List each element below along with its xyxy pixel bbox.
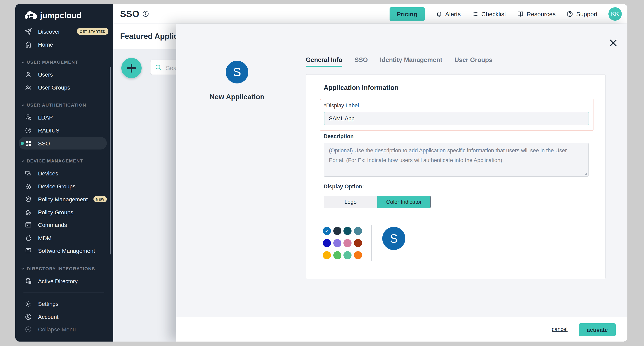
modal-title: New Application	[184, 93, 290, 101]
devices-icon	[25, 170, 32, 177]
info-icon[interactable]	[142, 10, 149, 18]
sidebar-item-user-groups[interactable]: User Groups	[15, 81, 113, 94]
database-clock-icon	[25, 114, 32, 121]
sidebar-item-label: Discover	[38, 28, 60, 35]
section-header-directory-integrations[interactable]: DIRECTORY INTEGRATIONS	[15, 264, 113, 273]
add-application-button[interactable]	[121, 58, 142, 78]
tab-identity-management[interactable]: Identity Management	[380, 56, 442, 67]
chevron-down-icon	[21, 60, 25, 64]
annotation-highlight-box: *Display Label	[320, 99, 594, 130]
gear-icon	[25, 300, 32, 307]
apple-icon	[25, 235, 32, 242]
vertical-divider	[371, 225, 372, 261]
sidebar-item-radius[interactable]: RADIUS	[15, 124, 113, 136]
user-avatar[interactable]: KK	[608, 7, 622, 21]
color-swatch[interactable]	[323, 251, 331, 259]
display-option-toggle: Logo Color Indicator	[324, 196, 431, 208]
check-icon: ✓	[323, 227, 331, 235]
color-swatch[interactable]	[333, 251, 341, 259]
new-application-modal: S New Application General Info SSO Ident…	[176, 24, 628, 341]
sidebar-item-collapse-menu[interactable]: Collapse Menu	[15, 323, 113, 335]
home-icon	[25, 41, 32, 48]
color-swatch[interactable]	[354, 251, 362, 259]
sidebar-item-home[interactable]: Home	[15, 39, 113, 51]
description-textarea[interactable]	[324, 143, 588, 177]
bell-icon	[436, 11, 442, 18]
checklist-button[interactable]: Checklist	[472, 11, 506, 18]
sidebar-item-account[interactable]: Account	[15, 311, 113, 323]
section-header-user-management[interactable]: USER MANAGEMENT	[15, 58, 113, 66]
chevron-down-icon	[21, 103, 25, 107]
color-swatch[interactable]	[354, 227, 362, 235]
search-icon	[155, 64, 162, 71]
rocket-icon	[25, 28, 32, 35]
policy-groups-icon	[25, 209, 32, 216]
activate-button[interactable]: activate	[579, 323, 616, 336]
help-icon	[566, 11, 574, 18]
topbar: SSO Pricing Alerts Checklist	[113, 4, 628, 24]
sidebar-item-devices[interactable]: Devices	[15, 167, 113, 180]
sidebar: jumpcloud Discover GET STARTED Home U	[15, 4, 113, 341]
tab-sso[interactable]: SSO	[354, 56, 368, 67]
application-information-card: Application Information *Display Label D…	[306, 74, 606, 279]
sidebar-item-commands[interactable]: Commands	[15, 219, 113, 231]
display-label-input[interactable]	[324, 112, 589, 125]
color-swatch[interactable]: ✓	[323, 227, 331, 235]
cloud-logo-icon	[24, 11, 37, 20]
sidebar-item-policy-groups[interactable]: Policy Groups	[15, 206, 113, 218]
color-swatch[interactable]	[354, 239, 362, 247]
display-option-label: Display Option:	[324, 184, 364, 190]
sidebar-item-software-management[interactable]: Software Management	[15, 245, 113, 257]
app-window: jumpcloud Discover GET STARTED Home U	[15, 4, 628, 341]
user-group-icon	[25, 84, 32, 91]
database-windows-icon	[25, 278, 32, 285]
sidebar-scrollbar[interactable]	[110, 67, 111, 254]
get-started-badge: GET STARTED	[77, 28, 108, 35]
close-icon[interactable]	[608, 38, 618, 48]
color-preview-avatar: S	[382, 227, 405, 250]
application-avatar: S	[226, 61, 248, 83]
sidebar-item-users[interactable]: Users	[15, 68, 113, 81]
chevron-down-icon	[21, 159, 25, 163]
description-label: Description	[324, 133, 354, 139]
section-header-device-management[interactable]: DEVICE MANAGEMENT	[15, 156, 113, 165]
color-indicator-option[interactable]: Color Indicator	[378, 196, 430, 208]
sidebar-item-settings[interactable]: Settings	[15, 298, 113, 310]
radar-icon	[25, 127, 32, 134]
tab-general-info[interactable]: General Info	[306, 56, 342, 67]
sidebar-item-label: Home	[38, 41, 53, 48]
color-swatch[interactable]	[344, 251, 352, 259]
venn-icon	[25, 183, 32, 190]
resources-button[interactable]: Resources	[517, 11, 556, 18]
pricing-button[interactable]: Pricing	[389, 7, 424, 21]
modal-tabs: General Info SSO Identity Management Use…	[306, 56, 492, 67]
section-header-user-authentication[interactable]: USER AUTHENTICATION	[15, 100, 113, 109]
color-swatch[interactable]	[344, 239, 352, 247]
cancel-link[interactable]: cancel	[552, 326, 568, 332]
grid-icon	[25, 140, 32, 147]
sidebar-item-sso[interactable]: SSO	[15, 137, 113, 149]
policy-icon	[25, 196, 32, 203]
chevron-down-icon	[21, 267, 25, 270]
tab-user-groups[interactable]: User Groups	[454, 56, 492, 67]
user-icon	[25, 71, 32, 78]
display-label-label: *Display Label	[324, 102, 359, 109]
sidebar-item-device-groups[interactable]: Device Groups	[15, 180, 113, 193]
color-swatch[interactable]	[323, 239, 331, 247]
checklist-icon	[472, 11, 478, 18]
alerts-button[interactable]: Alerts	[436, 11, 461, 18]
card-heading: Application Information	[324, 84, 398, 92]
laptop-apps-icon	[25, 247, 32, 254]
color-swatch-grid: ✓	[323, 227, 362, 259]
sidebar-item-mdm[interactable]: MDM	[15, 232, 113, 244]
topbar-actions: Pricing Alerts Checklist	[389, 4, 622, 24]
color-swatch[interactable]	[333, 227, 341, 235]
sidebar-item-active-directory[interactable]: Active Directory	[15, 275, 113, 287]
sidebar-item-ldap[interactable]: LDAP	[15, 111, 113, 124]
support-button[interactable]: Support	[566, 11, 598, 18]
color-swatch[interactable]	[333, 239, 341, 247]
logo-option[interactable]: Logo	[324, 196, 378, 208]
color-swatch[interactable]	[344, 227, 352, 235]
collapse-arrow-icon	[25, 326, 32, 333]
page-title: SSO	[120, 9, 139, 20]
